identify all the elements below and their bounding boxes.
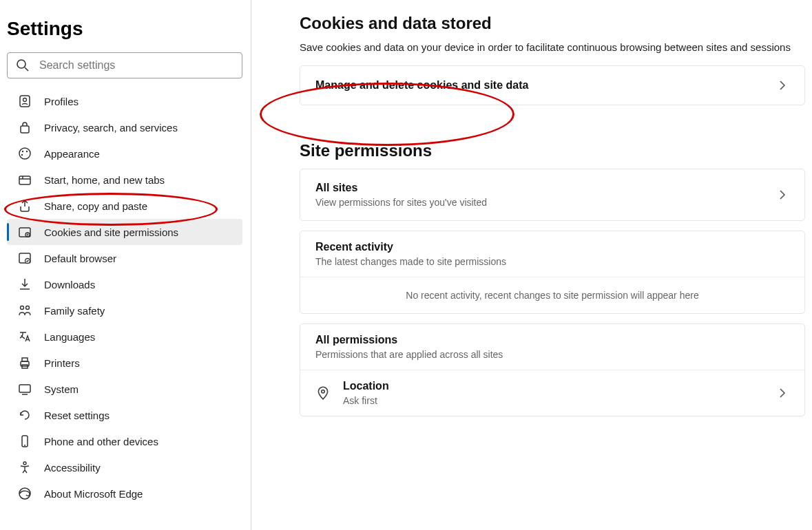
all-sites-title: All sites [315, 182, 775, 194]
palette-icon [18, 147, 32, 160]
tabs-icon [18, 173, 32, 187]
settings-main: Cookies and data stored Save cookies and… [251, 0, 812, 530]
manage-cookies-card: Manage and delete cookies and site data [300, 65, 805, 105]
chevron-right-icon [775, 188, 789, 202]
all-sites-row[interactable]: All sites View permissions for sites you… [300, 169, 804, 220]
sidebar-item-label: Languages [44, 331, 95, 343]
page-title: Settings [7, 18, 242, 40]
sidebar-item-label: Default browser [44, 253, 116, 264]
profile-icon [18, 94, 32, 108]
chevron-right-icon [775, 78, 789, 92]
sidebar-item-downloads[interactable]: Downloads [7, 271, 242, 297]
sidebar-item-default[interactable]: Default browser [7, 245, 242, 271]
sidebar-item-label: Phone and other devices [44, 436, 158, 447]
sidebar-item-languages[interactable]: Languages [7, 324, 242, 350]
sidebar-item-family[interactable]: Family safety [7, 297, 242, 324]
browser-icon [18, 251, 32, 265]
all-permissions-title: All permissions [315, 334, 789, 346]
sidebar-item-label: Appearance [44, 148, 100, 160]
recent-activity-title: Recent activity [315, 241, 789, 253]
site-permissions-title: Site permissions [300, 141, 805, 160]
sidebar-item-label: Privacy, search, and services [44, 122, 178, 134]
settings-sidebar: Settings ProfilesPrivacy, search, and se… [0, 0, 251, 530]
sidebar-item-label: Family safety [44, 305, 105, 317]
sidebar-item-label: Accessibility [44, 462, 101, 474]
sidebar-item-accessibility[interactable]: Accessibility [7, 454, 242, 480]
cookie-icon [18, 225, 32, 239]
sidebar-item-label: Downloads [44, 279, 95, 290]
search-settings-box[interactable] [7, 52, 242, 78]
search-input[interactable] [39, 59, 233, 72]
sidebar-item-label: System [44, 383, 79, 395]
recent-activity-card: Recent activity The latest changes made … [300, 231, 805, 314]
sidebar-item-label: Printers [44, 357, 80, 369]
search-icon [16, 59, 30, 72]
nav-list: ProfilesPrivacy, search, and servicesApp… [7, 88, 242, 507]
lock-icon [18, 120, 32, 134]
sidebar-item-start[interactable]: Start, home, and new tabs [7, 167, 242, 193]
sidebar-item-privacy[interactable]: Privacy, search, and services [7, 114, 242, 140]
cookies-section-title: Cookies and data stored [300, 14, 805, 33]
all-sites-sub: View permissions for sites you've visite… [315, 197, 775, 208]
download-icon [18, 277, 32, 291]
all-sites-card: All sites View permissions for sites you… [300, 169, 805, 221]
manage-cookies-row[interactable]: Manage and delete cookies and site data [300, 66, 804, 105]
sidebar-item-printers[interactable]: Printers [7, 350, 242, 376]
all-permissions-card: All permissions Permissions that are app… [300, 324, 805, 416]
permission-location-sub: Ask first [343, 395, 775, 406]
sidebar-item-cookies[interactable]: Cookies and site permissions [7, 219, 242, 245]
recent-activity-header: Recent activity The latest changes made … [300, 231, 804, 277]
location-icon [315, 385, 331, 401]
printer-icon [18, 356, 32, 370]
manage-cookies-label: Manage and delete cookies and site data [315, 79, 775, 92]
sidebar-item-share[interactable]: Share, copy and paste [7, 193, 242, 219]
lang-icon [18, 330, 32, 343]
sidebar-item-label: Share, copy and paste [44, 200, 147, 212]
sidebar-item-label: Profiles [44, 96, 79, 107]
phone-icon [18, 434, 32, 448]
sidebar-item-label: Start, home, and new tabs [44, 174, 165, 186]
sidebar-item-label: Cookies and site permissions [44, 226, 178, 238]
share-icon [18, 199, 32, 213]
sidebar-item-appearance[interactable]: Appearance [7, 140, 242, 167]
sidebar-item-label: About Microsoft Edge [44, 488, 143, 500]
recent-activity-sub: The latest changes made to site permissi… [315, 256, 789, 267]
family-icon [18, 304, 32, 317]
accessibility-icon [18, 460, 32, 474]
permission-location-row[interactable]: Location Ask first [300, 370, 804, 416]
reset-icon [18, 408, 32, 422]
sidebar-item-reset[interactable]: Reset settings [7, 402, 242, 428]
all-permissions-sub: Permissions that are applied across all … [315, 349, 789, 360]
recent-activity-empty: No recent activity, recent changes to si… [300, 277, 804, 313]
permission-location-title: Location [343, 380, 775, 392]
all-permissions-header: All permissions Permissions that are app… [300, 324, 804, 370]
cookies-section-desc: Save cookies and data on your device in … [300, 41, 795, 53]
chevron-right-icon [775, 386, 789, 400]
sidebar-item-phone[interactable]: Phone and other devices [7, 428, 242, 454]
edge-icon [18, 487, 32, 500]
sidebar-item-profiles[interactable]: Profiles [7, 88, 242, 114]
sidebar-item-label: Reset settings [44, 410, 110, 421]
system-icon [18, 382, 32, 396]
sidebar-item-about[interactable]: About Microsoft Edge [7, 480, 242, 507]
sidebar-item-system[interactable]: System [7, 376, 242, 402]
